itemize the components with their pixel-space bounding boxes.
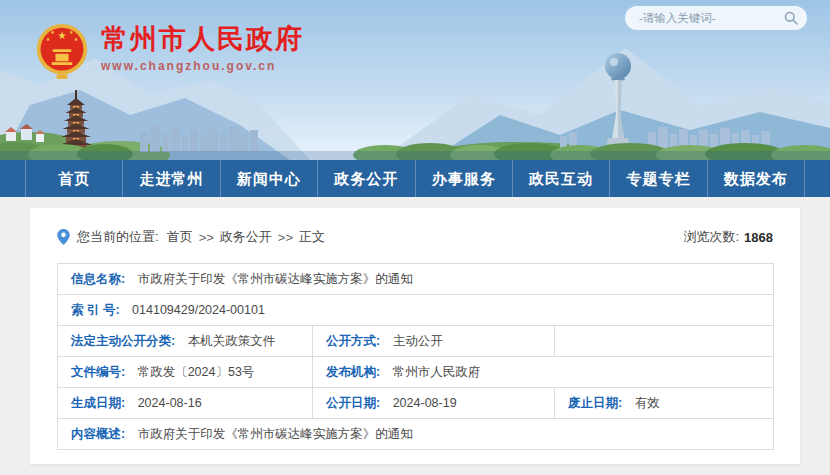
- published-date-value: 2024-08-19: [393, 396, 457, 410]
- svg-text:★: ★: [74, 36, 79, 42]
- table-row: 内容概述: 市政府关于印发《常州市碳达峰实施方案》的通知: [58, 419, 774, 450]
- breadcrumb-prefix: 您当前的位置:: [77, 228, 159, 246]
- table-row: 生成日期: 2024-08-16 公开日期: 2024-08-19 废止日期: …: [58, 388, 774, 419]
- category-value: 本机关政策文件: [188, 334, 276, 348]
- search-box[interactable]: [625, 6, 807, 30]
- category-label: 法定主动公开分类:: [71, 334, 175, 348]
- view-count-value: 1868: [744, 230, 773, 245]
- table-row: 文件编号: 常政发〔2024〕53号 发布机构: 常州市人民政府: [58, 357, 774, 388]
- table-row: 法定主动公开分类: 本机关政策文件 公开方式: 主动公开: [58, 326, 774, 357]
- main-nav: 首页 走进常州 新闻中心 政务公开 办事服务 政民互动 专题专栏 数据发布: [0, 160, 830, 197]
- nav-item-gov-affairs[interactable]: 政务公开: [317, 160, 414, 197]
- nav-item-data-release[interactable]: 数据发布: [707, 160, 805, 197]
- published-date-label: 公开日期:: [326, 396, 380, 410]
- breadcrumb-separator: >>: [199, 230, 214, 245]
- info-name-label: 信息名称:: [71, 272, 125, 286]
- summary-label: 内容概述:: [71, 427, 125, 441]
- breadcrumb-current: 正文: [299, 228, 325, 246]
- index-number-label: 索 引 号:: [71, 303, 120, 317]
- expiry-date-value: 有效: [635, 396, 660, 410]
- doc-number-label: 文件编号:: [71, 365, 125, 379]
- open-method-value: 主动公开: [393, 334, 443, 348]
- content-area: 您当前的位置: 首页 >> 政务公开 >> 正文 浏览次数: 1868 信息名称…: [0, 197, 830, 475]
- search-input[interactable]: [625, 6, 807, 30]
- created-date-value: 2024-08-16: [138, 396, 202, 410]
- svg-text:★: ★: [69, 29, 74, 35]
- agency-label: 发布机构:: [326, 365, 380, 379]
- doc-number-value: 常政发〔2024〕53号: [138, 365, 255, 379]
- header-banner: ★ ★ ★ ★ ★ 常州市人民政府 www.changzhou.gov.cn: [0, 0, 830, 160]
- table-row: 信息名称: 市政府关于印发《常州市碳达峰实施方案》的通知: [58, 264, 774, 295]
- breadcrumb-gov-affairs[interactable]: 政务公开: [220, 228, 272, 246]
- nav-item-home[interactable]: 首页: [25, 160, 122, 197]
- nav-item-special-topics[interactable]: 专题专栏: [609, 160, 706, 197]
- nav-item-interaction[interactable]: 政民互动: [512, 160, 609, 197]
- created-date-label: 生成日期:: [71, 396, 125, 410]
- site-title: 常州市人民政府: [101, 25, 304, 55]
- view-count-label: 浏览次数:: [683, 228, 739, 246]
- site-logo[interactable]: ★ ★ ★ ★ ★ 常州市人民政府 www.changzhou.gov.cn: [34, 21, 304, 81]
- content-card: 您当前的位置: 首页 >> 政务公开 >> 正文 浏览次数: 1868 信息名称…: [30, 208, 800, 464]
- table-row: 索 引 号: 014109429/2024-00101: [58, 295, 774, 326]
- info-name-value: 市政府关于印发《常州市碳达峰实施方案》的通知: [138, 272, 413, 286]
- index-number-value: 014109429/2024-00101: [132, 303, 265, 317]
- breadcrumb: 您当前的位置: 首页 >> 政务公开 >> 正文 浏览次数: 1868: [30, 208, 800, 246]
- svg-text:★: ★: [46, 36, 51, 42]
- location-pin-icon: [57, 229, 70, 245]
- breadcrumb-home[interactable]: 首页: [167, 228, 193, 246]
- expiry-date-label: 废止日期:: [568, 396, 622, 410]
- svg-text:★: ★: [57, 30, 66, 41]
- nav-item-news-center[interactable]: 新闻中心: [220, 160, 317, 197]
- agency-value: 常州市人民政府: [393, 365, 481, 379]
- breadcrumb-separator: >>: [278, 230, 293, 245]
- site-url: www.changzhou.gov.cn: [101, 59, 304, 73]
- search-icon[interactable]: [784, 11, 798, 25]
- svg-text:★: ★: [50, 29, 55, 35]
- nav-item-about-changzhou[interactable]: 走进常州: [122, 160, 219, 197]
- empty-cell: [555, 326, 774, 357]
- document-meta-table: 信息名称: 市政府关于印发《常州市碳达峰实施方案》的通知 索 引 号: 0141…: [57, 263, 774, 450]
- summary-value: 市政府关于印发《常州市碳达峰实施方案》的通知: [138, 427, 413, 441]
- nav-item-services[interactable]: 办事服务: [415, 160, 512, 197]
- open-method-label: 公开方式:: [326, 334, 380, 348]
- national-emblem-icon: ★ ★ ★ ★ ★: [34, 21, 90, 81]
